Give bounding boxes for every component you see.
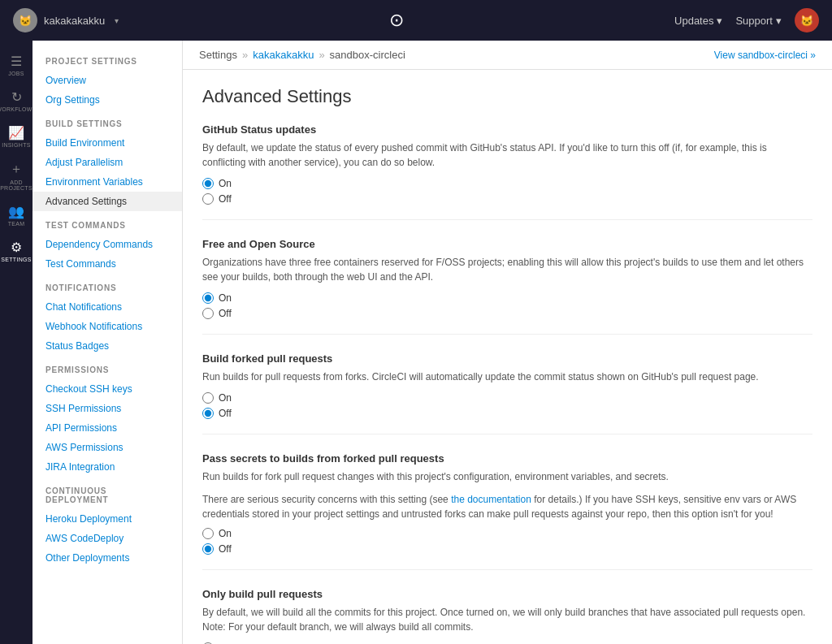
sidebar-link-api-permissions[interactable]: API Permissions bbox=[32, 418, 182, 438]
radio-secrets-on[interactable]: On bbox=[202, 528, 812, 539]
user-avatar-right[interactable]: 🐱 bbox=[795, 8, 819, 32]
breadcrumb: Settings » kakakakakku » sandbox-circlec… bbox=[199, 49, 405, 61]
section-github-status-title: GitHub Status updates bbox=[202, 123, 812, 136]
radio-secrets-off[interactable]: Off bbox=[202, 543, 812, 555]
section-only-build-desc: By default, we will build all the commit… bbox=[202, 605, 812, 634]
breadcrumb-settings: Settings bbox=[199, 49, 237, 61]
section-pass-secrets: Pass secrets to builds from forked pull … bbox=[202, 452, 812, 570]
top-nav-right: Updates ▾ Support ▾ 🐱 bbox=[674, 8, 819, 32]
breadcrumb-project: sandbox-circleci bbox=[330, 49, 405, 61]
sidebar-item-workflows[interactable]: ↻ WORKFLOWS bbox=[2, 84, 31, 117]
breadcrumb-sep-2: » bbox=[318, 49, 324, 61]
insights-icon: 📈 bbox=[8, 125, 24, 140]
username-chevron-icon[interactable]: ▾ bbox=[115, 16, 119, 25]
main-content: Advanced Settings GitHub Status updates … bbox=[183, 70, 832, 644]
section-github-status-desc: By default, we update the status of ever… bbox=[202, 140, 812, 170]
sidebar-link-dependency-commands[interactable]: Dependency Commands bbox=[32, 235, 182, 254]
documentation-link[interactable]: the documentation bbox=[451, 494, 531, 505]
sidebar-link-adjust-parallelism[interactable]: Adjust Parallelism bbox=[32, 153, 182, 172]
sidebar-section-test-commands: TEST COMMANDS bbox=[32, 211, 182, 235]
page-title: Advanced Settings bbox=[202, 86, 812, 107]
sidebar-item-settings[interactable]: ⚙ SETTINGS bbox=[2, 235, 31, 267]
sidebar-link-other-deployments[interactable]: Other Deployments bbox=[32, 548, 182, 568]
sidebar-item-jobs[interactable]: ☰ JOBS bbox=[2, 49, 31, 81]
top-nav-left: 🐱 kakakakakku ▾ bbox=[13, 8, 119, 32]
jobs-icon: ☰ bbox=[11, 54, 22, 69]
circleci-logo: ⊙ bbox=[389, 10, 404, 31]
radio-foss-off[interactable]: Off bbox=[202, 308, 812, 319]
team-icon: 👥 bbox=[8, 204, 24, 219]
section-secrets-desc: Run builds for fork pull request changes… bbox=[202, 469, 812, 484]
section-foss-desc: Organizations have three free containers… bbox=[202, 255, 812, 284]
username-label: kakakakakku bbox=[44, 15, 105, 27]
section-secrets-note: There are serious security concerns with… bbox=[202, 492, 812, 521]
sidebar: PROJECT SETTINGS Overview Org Settings B… bbox=[32, 41, 183, 644]
add-projects-icon: ＋ bbox=[10, 161, 23, 178]
sidebar-section-continuous-deployment: CONTINUOUS DEPLOYMENT bbox=[32, 477, 182, 509]
sidebar-link-heroku-deployment[interactable]: Heroku Deployment bbox=[32, 509, 182, 529]
sidebar-link-build-environment[interactable]: Build Environment bbox=[32, 133, 182, 153]
radio-github-on[interactable]: On bbox=[202, 178, 812, 189]
sidebar-section-notifications: NOTIFICATIONS bbox=[32, 274, 182, 297]
sidebar-link-aws-codedeploy[interactable]: AWS CodeDeploy bbox=[32, 529, 182, 548]
support-button[interactable]: Support ▾ bbox=[735, 15, 782, 27]
radio-forked-off[interactable]: Off bbox=[202, 408, 812, 419]
icon-navigation: ☰ JOBS ↻ WORKFLOWS 📈 INSIGHTS ＋ ADD PROJ… bbox=[0, 41, 32, 644]
radio-group-github-status: On Off bbox=[202, 178, 812, 205]
workflows-icon: ↻ bbox=[11, 89, 22, 105]
sidebar-item-team[interactable]: 👥 TEAM bbox=[2, 199, 31, 231]
sidebar-link-checkout-ssh[interactable]: Checkout SSH keys bbox=[32, 379, 182, 399]
sidebar-link-status-badges[interactable]: Status Badges bbox=[32, 336, 182, 356]
radio-foss-on[interactable]: On bbox=[202, 292, 812, 304]
sidebar-item-add-projects[interactable]: ＋ ADD PROJECTS bbox=[2, 156, 31, 196]
top-navigation: 🐱 kakakakakku ▾ ⊙ Updates ▾ Support ▾ 🐱 bbox=[0, 0, 832, 41]
sidebar-link-overview[interactable]: Overview bbox=[32, 71, 182, 90]
sidebar-item-insights[interactable]: 📈 INSIGHTS bbox=[2, 120, 31, 153]
sidebar-link-chat-notifications[interactable]: Chat Notifications bbox=[32, 297, 182, 317]
sidebar-section-permissions: PERMISSIONS bbox=[32, 356, 182, 379]
radio-github-off[interactable]: Off bbox=[202, 193, 812, 205]
section-forked-title: Build forked pull requests bbox=[202, 352, 812, 365]
sidebar-link-advanced-settings[interactable]: Advanced Settings bbox=[32, 192, 182, 211]
user-avatar[interactable]: 🐱 bbox=[13, 8, 37, 32]
breadcrumb-sep-1: » bbox=[242, 49, 248, 61]
sidebar-link-org-settings[interactable]: Org Settings bbox=[32, 90, 182, 110]
section-free-open-source: Free and Open Source Organizations have … bbox=[202, 238, 812, 335]
radio-group-foss: On Off bbox=[202, 292, 812, 319]
breadcrumb-bar: Settings » kakakakakku » sandbox-circlec… bbox=[183, 41, 832, 70]
sidebar-section-project-settings: PROJECT SETTINGS bbox=[32, 47, 182, 71]
radio-forked-on[interactable]: On bbox=[202, 392, 812, 404]
sidebar-link-webhook-notifications[interactable]: Webhook Notifications bbox=[32, 317, 182, 336]
section-only-build: Only build pull requests By default, we … bbox=[202, 588, 812, 644]
updates-button[interactable]: Updates ▾ bbox=[674, 15, 722, 27]
section-github-status: GitHub Status updates By default, we upd… bbox=[202, 123, 812, 220]
sidebar-link-jira-integration[interactable]: JIRA Integration bbox=[32, 457, 182, 477]
sidebar-section-build-settings: BUILD SETTINGS bbox=[32, 110, 182, 133]
sidebar-link-env-variables[interactable]: Environment Variables bbox=[32, 172, 182, 192]
section-secrets-title: Pass secrets to builds from forked pull … bbox=[202, 452, 812, 465]
sidebar-link-aws-permissions[interactable]: AWS Permissions bbox=[32, 438, 182, 457]
sidebar-link-ssh-permissions[interactable]: SSH Permissions bbox=[32, 399, 182, 418]
radio-group-secrets: On Off bbox=[202, 528, 812, 555]
section-only-build-title: Only build pull requests bbox=[202, 588, 812, 600]
breadcrumb-org[interactable]: kakakakakku bbox=[253, 49, 314, 61]
radio-group-forked: On Off bbox=[202, 392, 812, 419]
settings-icon: ⚙ bbox=[11, 240, 22, 255]
section-build-forked: Build forked pull requests Run builds fo… bbox=[202, 352, 812, 434]
view-sandbox-link[interactable]: View sandbox-circleci » bbox=[714, 50, 816, 61]
top-nav-center: ⊙ bbox=[389, 10, 404, 31]
section-forked-desc: Run builds for pull requests from forks.… bbox=[202, 370, 812, 384]
section-foss-title: Free and Open Source bbox=[202, 238, 812, 250]
sidebar-link-test-commands[interactable]: Test Commands bbox=[32, 254, 182, 274]
